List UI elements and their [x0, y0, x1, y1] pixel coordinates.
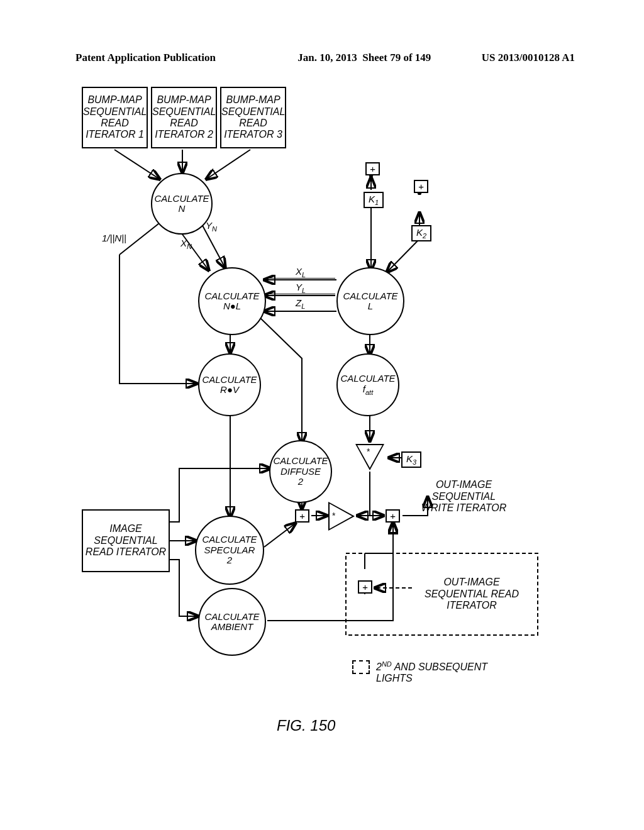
calculate-n-circle: CALCULATEN — [151, 173, 213, 235]
calculate-ambient-circle: CALCULATEAMBIENT — [198, 588, 266, 656]
plus-k1-box: + — [365, 162, 380, 175]
image-read-iterator-box: IMAGE SEQUENTIAL READ ITERATOR — [82, 509, 170, 572]
k2-box: K2 — [411, 225, 431, 241]
svg-line-24 — [264, 523, 296, 547]
header-publication: Patent Application Publication — [75, 52, 216, 64]
header-pub-number: US 2013/0010128 A1 — [482, 52, 575, 64]
multiply-label-1: * — [367, 446, 370, 456]
header-date: Jan. 10, 2013 Sheet 79 of 149 — [247, 52, 482, 64]
calculate-specular-circle: CALCULATESPECULAR2 — [195, 516, 264, 585]
bump-map-iterator-1-box: BUMP-MAP SEQUENTIAL READ ITERATOR 1 — [82, 87, 148, 148]
yl-label: YL — [296, 282, 306, 294]
plus-sum2-box: + — [386, 509, 400, 523]
inv-norm-label: 1/||N|| — [102, 233, 126, 243]
yn-label: YN — [206, 220, 217, 233]
multiply-label-2: * — [332, 511, 335, 521]
bump-map-iterator-3-box: BUMP-MAP SEQUENTIAL READ ITERATOR 3 — [220, 87, 286, 148]
figure-caption: FIG. 150 — [277, 717, 335, 734]
bump-map-iterator-2-box: BUMP-MAP SEQUENTIAL READ ITERATOR 2 — [151, 87, 217, 148]
calculate-fatt-circle: CALCULATEfatt — [336, 353, 399, 416]
zl-label: ZL — [296, 297, 305, 310]
svg-line-11 — [387, 239, 419, 272]
legend-box-icon — [352, 660, 370, 674]
xn-label: XN — [180, 238, 192, 250]
calculate-l-circle: CALCULATEL — [336, 267, 404, 335]
plus-sum3-box: + — [358, 580, 372, 594]
legend-text: 2ND AND SUBSEQUENTLIGHTS — [376, 660, 487, 684]
out-image-write-iterator-box: OUT-IMAGE SEQUENTIAL WRITE ITERATOR — [415, 465, 513, 528]
svg-line-0 — [114, 150, 160, 179]
plus-sum1-box: + — [295, 509, 309, 523]
xl-label: XL — [296, 266, 306, 279]
plus-k2-box: + — [414, 180, 428, 193]
k1-box: K1 — [364, 192, 384, 208]
calculate-nl-circle: CALCULATEN●L — [198, 267, 266, 335]
calculate-diffuse-circle: CALCULATEDIFFUSE2 — [269, 440, 332, 503]
calculate-rv-circle: CALCULATER●V — [198, 353, 261, 416]
figure-diagram: BUMP-MAP SEQUENTIAL READ ITERATOR 1 BUMP… — [75, 82, 566, 761]
out-image-read-iterator-box: OUT-IMAGE SEQUENTIAL READ ITERATOR — [415, 560, 528, 629]
svg-line-2 — [206, 150, 250, 179]
